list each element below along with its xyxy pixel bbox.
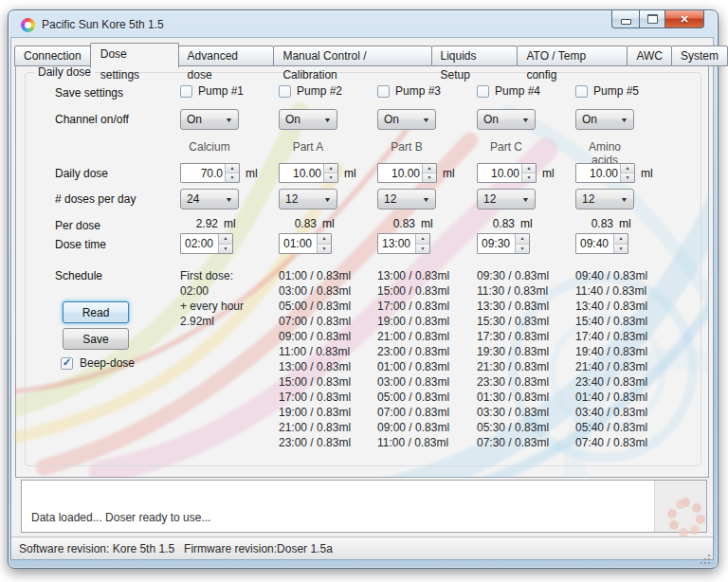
save-button[interactable]: Save [63,328,129,350]
pump5-dose-time-input[interactable]: 09:40 ▲▼ [575,233,628,254]
spin-up-button[interactable]: ▲ [522,164,536,173]
doses-per-day-label: # doses per day [55,192,136,206]
spin-down-button[interactable]: ▼ [219,245,232,254]
pump4-checkbox-label: Pump #4 [495,84,540,98]
spinner-dots-icon [681,498,690,507]
pump5-per-dose-value: 0.83 [575,217,613,230]
spin-up-button[interactable]: ▲ [416,234,429,245]
pump5-doses-per-day-select[interactable]: 12 ▼ [575,189,634,209]
resize-grip[interactable] [708,555,710,556]
daily-dose-value: 10.00 [280,167,323,180]
spin-down-button[interactable]: ▼ [614,245,628,254]
tab-dose-settings[interactable]: Dose settings [90,43,179,68]
chevron-down-icon: ▼ [422,196,430,203]
spin-up-button[interactable]: ▲ [219,234,232,245]
tab-manual-control-calibration[interactable]: Manual Control / Calibration [273,45,431,66]
spin-down-button[interactable]: ▼ [226,173,239,182]
pump3-checkbox-label: Pump #3 [395,84,441,98]
pump4-channel-select[interactable]: On ▼ [477,109,536,130]
spinner-buttons: ▲▼ [225,164,239,182]
pump3-channel-select[interactable]: On ▼ [377,109,436,130]
checkbox-box [180,85,192,98]
maximize-button[interactable] [639,10,665,28]
schedule-line: 03:00 / 0.83ml [279,283,351,299]
pump2-dose-time-input[interactable]: 01:00 ▲▼ [279,233,332,254]
spin-up-button[interactable]: ▲ [621,164,634,173]
spin-up-button[interactable]: ▲ [318,234,331,245]
save-settings-label: Save settings [55,86,123,100]
pump3-dose-time-input[interactable]: 13:00 ▲▼ [377,233,430,254]
pump5-save-checkbox[interactable]: Pump #5 [575,84,639,98]
spin-down-button[interactable]: ▼ [318,245,331,254]
pump5-daily-dose-input[interactable]: 10.00 ▲▼ [575,163,635,183]
pump2-daily-dose-input[interactable]: 10.00 ▲▼ [279,163,338,183]
schedule-line: 01:00 / 0.83ml [377,359,449,374]
log-textbox[interactable]: Data loaded... Doser ready to use... [21,480,707,533]
pump1-doses-per-day-select[interactable]: 24 ▼ [180,189,239,209]
schedule-line: 03:40 / 0.83ml [575,405,647,420]
schedule-line: 13:00 / 0.83ml [279,359,351,374]
spin-down-button[interactable]: ▼ [621,173,634,182]
ml-unit-label: ml [520,217,533,230]
pump1-per-dose-value: 2.92 [180,217,218,230]
spin-up-button[interactable]: ▲ [324,164,337,173]
chevron-down-icon: ▼ [323,196,332,203]
screen: Pacific Sun Kore 5th 1.5 ✕ Connection [0,0,728,582]
pump4-doses-per-day-select[interactable]: 12 ▼ [477,189,536,209]
pump3-daily-dose-input[interactable]: 10.00 ▲▼ [377,163,437,183]
spin-up-button[interactable]: ▲ [614,234,628,245]
tab-liquids-setup[interactable]: Liquids Setup [431,45,519,66]
schedule-line: 11:30 / 0.83ml [477,283,549,299]
spin-up-button[interactable]: ▲ [423,164,436,173]
pump2-channel-select[interactable]: On ▼ [279,109,337,130]
schedule-line: 03:00 / 0.83ml [377,374,449,390]
schedule-line: 13:00 / 0.83ml [377,268,449,283]
tab-connection[interactable]: Connection [14,45,91,66]
pump1-schedule-list: First dose:02:00+ every hour2.92ml [180,268,244,329]
pump4-daily-dose-input[interactable]: 10.00 ▲▼ [477,163,537,183]
spin-down-button[interactable]: ▼ [516,245,529,254]
read-button[interactable]: Read [63,301,129,323]
channel-value: On [384,113,423,126]
pump1-dose-time-input[interactable]: 02:00 ▲▼ [180,233,233,254]
daily-dose-label: Daily dose [55,167,108,180]
schedule-line: 05:30 / 0.83ml [477,420,549,435]
spin-down-button[interactable]: ▼ [324,173,337,182]
daily-dose-value: 10.00 [478,167,521,180]
pump4-liquid-name: Part C [477,140,536,154]
dose-time-value: 09:30 [478,237,515,250]
pump1-save-checkbox[interactable]: Pump #1 [180,84,244,98]
spin-up-button[interactable]: ▲ [516,234,529,245]
beep-dose-checkbox[interactable]: Beep-dose [61,356,135,370]
schedule-line: 21:40 / 0.83ml [575,359,647,374]
pump4-save-checkbox[interactable]: Pump #4 [477,84,540,98]
pump2-save-checkbox[interactable]: Pump #2 [279,84,342,98]
pump2-doses-per-day-select[interactable]: 12 ▼ [279,189,337,209]
pump3-save-checkbox[interactable]: Pump #3 [377,84,441,98]
minimize-button[interactable] [611,10,640,28]
tab-ato-temp-config[interactable]: ATO / Temp config [517,45,628,66]
pump4-schedule-list: 09:30 / 0.83ml11:30 / 0.83ml13:30 / 0.83… [477,268,549,450]
checkbox-box-checked [61,357,73,370]
spin-down-button[interactable]: ▼ [423,173,436,182]
dose-time-value: 09:40 [576,237,613,250]
spinner-buttons: ▲▼ [422,164,436,182]
spin-up-button[interactable]: ▲ [226,164,239,173]
daily-dose-value: 10.00 [576,167,620,180]
pump1-channel-select[interactable]: On ▼ [180,109,239,130]
tab-system[interactable]: System [671,45,728,66]
close-button[interactable]: ✕ [664,10,704,28]
schedule-line: 07:00 / 0.83ml [279,314,351,329]
pump3-doses-per-day-select[interactable]: 12 ▼ [377,189,436,209]
tab-awc[interactable]: AWC [627,45,672,66]
pump5-channel-select[interactable]: On ▼ [575,109,634,130]
spin-down-button[interactable]: ▼ [416,245,429,254]
tab-advanced-dose[interactable]: Advanced dose [178,45,275,66]
schedule-line: 23:30 / 0.83ml [477,374,549,390]
schedule-line: 09:00 / 0.83ml [279,329,351,344]
schedule-line: 03:30 / 0.83ml [477,405,549,420]
spin-down-button[interactable]: ▼ [522,173,536,182]
pump5-checkbox-label: Pump #5 [593,84,639,98]
pump4-dose-time-input[interactable]: 09:30 ▲▼ [477,233,530,254]
pump1-daily-dose-input[interactable]: 70.0 ▲▼ [180,163,240,183]
